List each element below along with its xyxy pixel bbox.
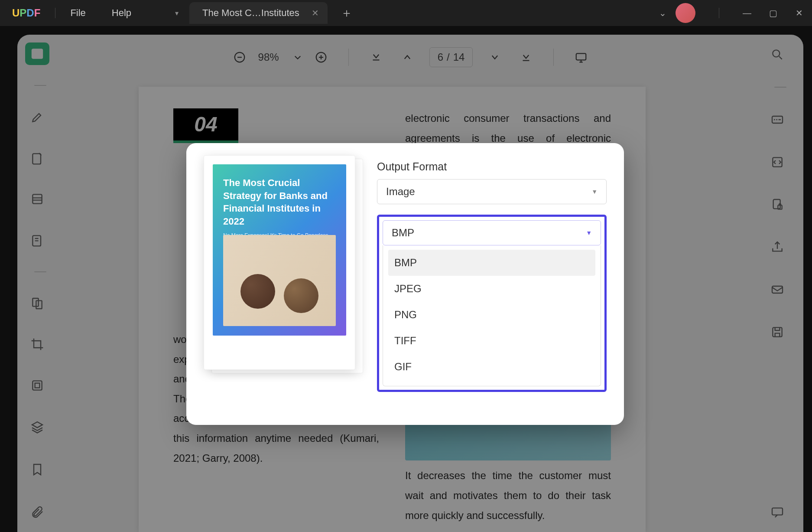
image-type-dropdown: BMP JPEG PNG TIFF GIF — [383, 245, 601, 386]
user-avatar[interactable] — [676, 3, 695, 23]
caret-down-icon: ▼ — [586, 229, 592, 236]
zoom-out-button[interactable] — [231, 48, 249, 66]
option-tiff[interactable]: TIFF — [388, 328, 595, 354]
last-page-button[interactable] — [517, 48, 535, 66]
tool-layers-icon[interactable] — [25, 415, 49, 439]
doc-text: It decreases the time the customer must … — [405, 466, 611, 525]
page-total: 14 — [453, 51, 465, 63]
search-icon[interactable] — [765, 42, 789, 67]
convert-icon[interactable] — [765, 150, 789, 174]
option-gif[interactable]: GIF — [388, 354, 595, 380]
separator — [34, 271, 46, 272]
tool-organize-icon[interactable] — [25, 292, 49, 315]
separator — [774, 87, 786, 88]
separator — [34, 85, 46, 86]
tool-page-view[interactable] — [25, 188, 49, 210]
presentation-icon[interactable] — [572, 48, 590, 66]
svg-rect-1 — [32, 153, 41, 164]
chevron-down-icon[interactable]: ⌄ — [650, 4, 676, 22]
protect-icon[interactable] — [765, 193, 789, 217]
tool-form[interactable] — [25, 229, 49, 251]
tool-bookmark-icon[interactable] — [25, 457, 49, 482]
app-logo: UPDF — [12, 7, 40, 19]
page-indicator[interactable]: 6 / 14 — [429, 47, 473, 67]
tab-close-icon[interactable]: ✕ — [312, 8, 319, 18]
tool-crop-icon[interactable] — [25, 333, 49, 356]
cover-photo — [223, 235, 336, 326]
svg-rect-18 — [576, 53, 586, 60]
svg-rect-4 — [32, 298, 38, 307]
image-type-value: BMP — [392, 227, 414, 239]
comments-icon[interactable] — [765, 500, 789, 524]
first-page-button[interactable] — [367, 48, 385, 66]
tool-annotate[interactable] — [25, 147, 49, 170]
cover-title: The Most Crucial Strategy for Banks and … — [223, 176, 336, 228]
window-close-button[interactable]: ✕ — [786, 4, 812, 22]
menu-help[interactable]: Help — [112, 7, 131, 19]
highlight-box: BMP ▼ BMP JPEG PNG TIFF GIF — [377, 215, 607, 392]
option-bmp[interactable]: BMP — [388, 250, 595, 276]
option-jpeg[interactable]: JPEG — [388, 276, 595, 302]
window-minimize-button[interactable]: — — [734, 4, 760, 22]
divider — [55, 8, 55, 18]
prev-page-button[interactable] — [398, 48, 416, 66]
tool-compress-icon[interactable] — [25, 374, 49, 397]
divider — [719, 8, 719, 18]
svg-point-8 — [773, 50, 780, 57]
export-dialog: The Most Crucial Strategy for Banks and … — [186, 143, 624, 425]
image-type-select[interactable]: BMP ▼ — [383, 220, 601, 245]
window-maximize-button[interactable]: ▢ — [760, 4, 786, 22]
svg-rect-6 — [32, 381, 42, 390]
next-page-button[interactable] — [486, 48, 504, 66]
svg-rect-14 — [773, 327, 782, 336]
caret-down-icon: ▼ — [591, 188, 598, 195]
tool-attachment-icon[interactable] — [25, 500, 49, 524]
ocr-icon[interactable] — [765, 108, 789, 132]
tool-reader[interactable] — [25, 42, 49, 65]
zoom-value: 98% — [258, 51, 279, 63]
export-preview: The Most Crucial Strategy for Banks and … — [204, 160, 360, 377]
new-tab-button[interactable]: ＋ — [341, 5, 353, 21]
tab-title: The Most C…Institutes — [202, 7, 299, 19]
output-format-label: Output Format — [377, 160, 607, 173]
section-number: 04 — [173, 108, 238, 143]
mail-icon[interactable] — [765, 277, 789, 302]
share-icon[interactable] — [765, 235, 789, 259]
tab-list-dropdown[interactable]: ▾ — [170, 4, 183, 22]
page-sep: / — [447, 51, 450, 63]
zoom-in-button[interactable] — [312, 48, 330, 66]
page-current: 6 — [438, 51, 443, 63]
menu-file[interactable]: File — [70, 7, 85, 19]
divider — [553, 49, 554, 66]
svg-rect-15 — [772, 508, 783, 515]
save-icon[interactable] — [765, 320, 789, 344]
svg-rect-7 — [35, 383, 40, 388]
svg-rect-13 — [772, 286, 783, 293]
zoom-dropdown[interactable] — [289, 48, 307, 66]
svg-rect-2 — [32, 195, 42, 204]
option-png[interactable]: PNG — [388, 302, 595, 328]
divider — [348, 49, 349, 66]
output-format-value: Image — [386, 186, 415, 198]
document-tab[interactable]: The Most C…Institutes ✕ — [189, 2, 328, 24]
svg-rect-5 — [36, 300, 42, 309]
tool-highlight[interactable] — [25, 106, 49, 128]
output-format-select[interactable]: Image ▼ — [377, 179, 607, 204]
